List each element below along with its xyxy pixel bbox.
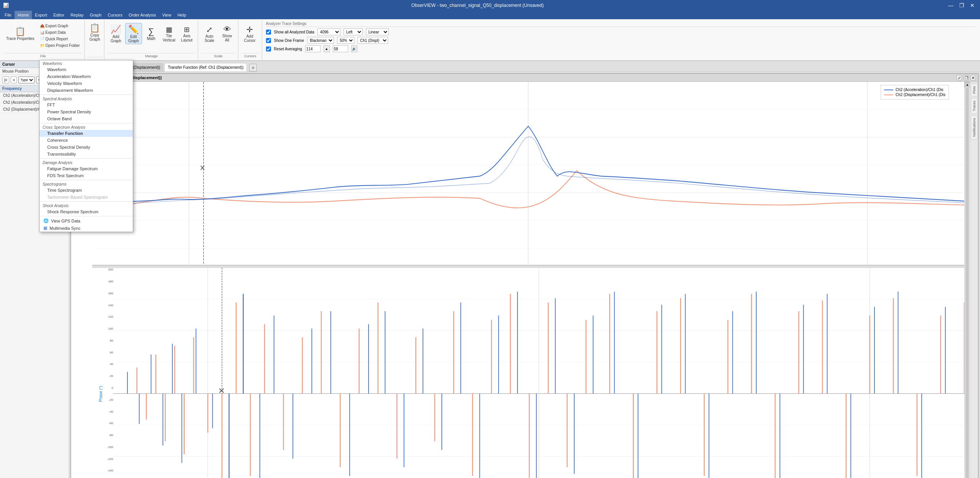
graph-bottom-plot: Phase (°) 200 180 160 140 120 100 80: [92, 268, 964, 478]
waveform-dropdown-menu: Waveforms Waveform Acceleration Waveform…: [39, 60, 133, 232]
dropdown-multimedia[interactable]: ▦ Multimedia Sync: [40, 224, 133, 232]
dropdown-fft[interactable]: FFT: [40, 101, 133, 108]
sidebar-btn2[interactable]: <: [11, 76, 17, 83]
divider-3: [40, 158, 133, 159]
title-bar: 📊 ObserVIEW - two_channel_signal_Q50_dis…: [0, 0, 980, 11]
divider-5: [40, 201, 133, 202]
menu-replay[interactable]: Replay: [68, 11, 87, 19]
graph-window: Transfer Function (Ref: Ch1 (Displacemen…: [69, 72, 980, 478]
gps-icon: 🌐: [43, 218, 49, 223]
dropdown-fatigue[interactable]: Fatigue Damage Spectrum: [40, 165, 133, 172]
edit-graph-button[interactable]: ✏️ EditGraph: [125, 23, 142, 44]
dropdown-shock-response[interactable]: Shock Response Spectrum: [40, 208, 133, 215]
maximize-button[interactable]: ❐: [957, 1, 966, 10]
increment-btn[interactable]: ▲: [324, 45, 330, 52]
dropdown-waveform[interactable]: Waveform: [40, 66, 133, 73]
cursors-group-label: Cursors: [241, 53, 259, 58]
sidebar-btn1[interactable]: |<: [2, 76, 9, 83]
value2-input[interactable]: [333, 45, 348, 52]
copy-graph-button[interactable]: 📋 CopyGraph: [87, 22, 102, 43]
data-points-select[interactable]: 4096: [317, 28, 340, 35]
dropdown-acceleration-waveform[interactable]: Acceleration Waveform: [40, 73, 133, 80]
scale-select[interactable]: Linear: [366, 28, 389, 35]
tile-vertical-button[interactable]: ▦ TileVertical: [160, 23, 178, 44]
tab2-label: Transfer Function (Ref: Ch1 (Displacemen…: [168, 65, 243, 70]
divider-6: [40, 216, 133, 216]
menu-file[interactable]: File: [2, 11, 15, 19]
dropdown-displacement-waveform[interactable]: Displacement Waveform: [40, 87, 133, 94]
legend-label-2: Ch2 (Displacement)/Ch1 (Dis: [896, 93, 945, 97]
dropdown-velocity-waveform[interactable]: Velocity Waveform: [40, 80, 133, 87]
menu-cursors[interactable]: Cursors: [104, 11, 126, 19]
menu-order-analysis[interactable]: Order Analysis: [126, 11, 159, 19]
tick-160: 160: [108, 292, 113, 295]
dropdown-coherence[interactable]: Coherence: [40, 137, 133, 144]
scroll-up-btn[interactable]: ▲: [965, 82, 970, 87]
tick-neg40: -40: [109, 410, 113, 413]
axis-layout-button[interactable]: ⊞ AxisLayout: [178, 23, 195, 44]
graph-titlebar-controls: ⤢ ❐ ✕: [957, 75, 976, 80]
plots-tab[interactable]: Plots: [971, 83, 978, 96]
dropdown-transmissibility[interactable]: Transmissibility: [40, 151, 133, 158]
direction-select[interactable]: Left: [344, 28, 363, 35]
add-graph-button[interactable]: 📈 AddGraph: [107, 23, 124, 44]
divider-4: [40, 180, 133, 180]
menu-help[interactable]: Help: [174, 11, 189, 19]
graph-expand-btn[interactable]: ⤢: [957, 75, 962, 80]
channel-select[interactable]: Ch1 (Displ): [357, 37, 388, 44]
menu-export[interactable]: Export: [32, 11, 50, 19]
tick-0: 0: [112, 386, 113, 390]
reset-averaging-checkbox[interactable]: [266, 46, 271, 51]
ribbon-group-manage: 📈 AddGraph ✏️ EditGraph ∑ Math ▦ TileVer…: [105, 20, 198, 60]
analyzer-settings-label: Analyzer Trace Settings: [266, 22, 975, 27]
scroll-thumb[interactable]: [965, 88, 969, 478]
show-all-button[interactable]: 👁 ShowAll: [219, 23, 236, 44]
auto-scale-button[interactable]: ⤢ AutoScale: [201, 23, 218, 44]
app-window: 📊 ObserVIEW - two_channel_signal_Q50_dis…: [0, 0, 980, 478]
dropdown-time-spectrogram[interactable]: Time Spectrogram: [40, 187, 133, 194]
dropdown-transfer-function[interactable]: Transfer Function: [40, 130, 133, 137]
graph-right-sidebar: Plots Traces Notifications: [970, 82, 978, 478]
open-project-folder-button[interactable]: 📁 Open Project Folder: [38, 43, 82, 48]
dropdown-octave-band[interactable]: Octave Band: [40, 115, 133, 122]
frequency-label: Frequency: [2, 86, 22, 91]
channel-icon-btn[interactable]: 🔊: [351, 45, 357, 52]
dropdown-gps[interactable]: 🌐 View GPS Data: [40, 217, 133, 224]
close-button[interactable]: ✕: [968, 1, 977, 10]
window-select[interactable]: Blackman: [307, 37, 334, 44]
show-all-analyzed-checkbox[interactable]: [266, 30, 271, 35]
dropdown-section-spectral: Spectral Analysis: [40, 96, 133, 101]
menu-view[interactable]: View: [159, 11, 175, 19]
tick-100: 100: [108, 327, 113, 330]
add-tab-button[interactable]: +: [249, 64, 257, 71]
legend-item-1: Ch2 (Acceleration)/Ch1 (Dis: [884, 88, 945, 92]
export-data-button[interactable]: 📊 Export Data: [38, 30, 82, 35]
menu-home[interactable]: Home: [15, 11, 32, 19]
value1-input[interactable]: [305, 45, 321, 52]
trace-properties-button[interactable]: 📋 Trace Properties: [4, 23, 37, 44]
math-button[interactable]: ∑ Math: [143, 23, 160, 44]
ribbon-group-file: 📋 Trace Properties 📤 Export Graph 📊 Expo…: [2, 20, 85, 60]
tick-60: 60: [110, 351, 113, 354]
dropdown-fds-test[interactable]: FDS Test Spectrum: [40, 172, 133, 179]
minimize-button[interactable]: —: [946, 1, 955, 10]
menu-editor[interactable]: Editor: [50, 11, 68, 19]
percent-select[interactable]: 50%: [337, 37, 354, 44]
tab-active[interactable]: Transfer Function (Ref: Ch1 (Displacemen…: [164, 63, 247, 71]
graph-close-btn[interactable]: ✕: [970, 75, 976, 80]
export-graph-button[interactable]: 📤 Export Graph: [38, 23, 82, 29]
dropdown-cross-spectral[interactable]: Cross Spectral Density: [40, 144, 133, 151]
file-group-label: File: [4, 53, 82, 58]
window-controls: — ❐ ✕: [946, 1, 977, 10]
graph-restore-btn[interactable]: ❐: [963, 75, 969, 80]
notifications-tab[interactable]: Notifications: [971, 115, 978, 139]
dropdown-psd[interactable]: Power Spectral Density: [40, 108, 133, 115]
menu-graph[interactable]: Graph: [87, 11, 105, 19]
show-one-frame-checkbox[interactable]: [266, 38, 271, 43]
sidebar-type-select[interactable]: Type: [18, 76, 35, 83]
add-cursor-button[interactable]: ✛ AddCursor: [241, 23, 258, 44]
divider-2: [40, 123, 133, 123]
quick-report-button[interactable]: 📄 Quick Report: [38, 36, 82, 42]
vertical-scrollbar[interactable]: ▲ ▼: [964, 82, 970, 478]
traces-tab[interactable]: Traces: [971, 98, 978, 114]
